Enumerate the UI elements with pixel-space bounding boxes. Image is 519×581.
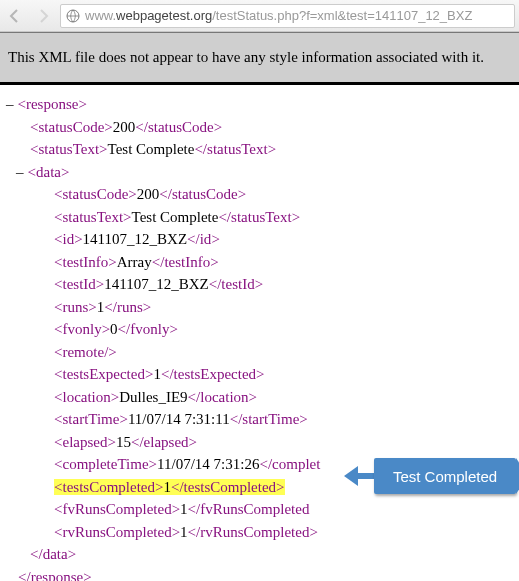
url-text: www.webpagetest.org/testStatus.php?f=xml… <box>85 8 472 23</box>
toggle-icon[interactable]: – <box>16 161 24 184</box>
xml-tree: –<response> <statusCode>200</statusCode>… <box>0 85 519 581</box>
back-icon[interactable] <box>4 5 26 27</box>
toggle-icon[interactable]: – <box>6 93 14 116</box>
annotation-callout: Test Completed <box>344 458 514 496</box>
globe-icon <box>65 8 81 24</box>
browser-nav-bar: www.webpagetest.org/testStatus.php?f=xml… <box>0 0 519 32</box>
url-bar[interactable]: www.webpagetest.org/testStatus.php?f=xml… <box>60 4 515 28</box>
xml-no-style-banner: This XML file does not appear to have an… <box>0 32 519 85</box>
forward-icon[interactable] <box>32 5 54 27</box>
arrow-left-icon <box>344 466 378 486</box>
callout-label: Test Completed <box>374 458 516 494</box>
